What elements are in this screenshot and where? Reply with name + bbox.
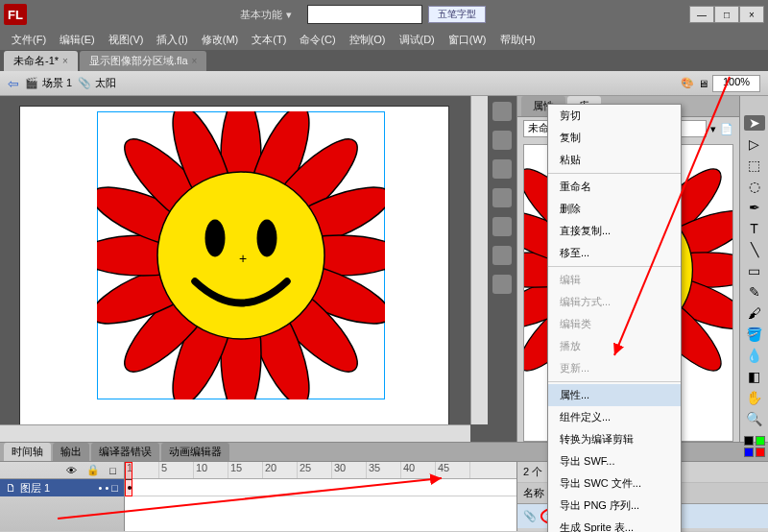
- ctx-export-png-seq[interactable]: 导出 PNG 序列...: [548, 495, 681, 517]
- edit-bar: ⇦ 🎬 场景 1 📎 太阳 🎨 🖥 100%: [0, 71, 768, 96]
- menu-modify[interactable]: 修改(M): [196, 31, 245, 49]
- fill-swatch[interactable]: [756, 436, 765, 446]
- ctx-edit: 编辑: [548, 269, 681, 291]
- ctx-generate-sprite[interactable]: 生成 Sprite 表...: [548, 517, 681, 532]
- outline-icon[interactable]: □: [109, 465, 116, 476]
- layer-row[interactable]: 🗋 图层 1 • • □: [0, 479, 124, 496]
- registration-cross-icon: +: [239, 251, 247, 266]
- tools-panel: ➤ ▷ ⬚ ◌ ✒ T ╲ ▭ ✎ 🖌 🪣 💧 ◧ ✋ 🔍: [739, 96, 768, 442]
- ctx-export-swc[interactable]: 导出 SWC 文件...: [548, 472, 681, 495]
- ctx-edit-class: 编辑类: [548, 313, 681, 335]
- dock-strip: [488, 96, 516, 442]
- layers-column: 👁 🔒 □ 🗋 图层 1 • • □: [0, 462, 125, 531]
- lasso-tool[interactable]: ◌: [744, 179, 765, 194]
- rectangle-tool[interactable]: ▭: [744, 263, 765, 278]
- brush-tool[interactable]: 🖌: [744, 305, 765, 321]
- svg-point-17: [205, 220, 226, 257]
- doc-tab-active[interactable]: 未命名-1*×: [4, 51, 78, 71]
- close-icon[interactable]: ×: [192, 56, 198, 66]
- text-tool[interactable]: T: [744, 221, 765, 236]
- scrollbar-vertical[interactable]: [470, 96, 488, 424]
- ctx-copy[interactable]: 复制: [548, 127, 681, 149]
- new-panel-icon[interactable]: 📄: [720, 123, 733, 135]
- ctx-play: 播放: [548, 335, 681, 357]
- tab-motion-editor[interactable]: 动画编辑器: [161, 443, 229, 461]
- dock-icon[interactable]: [492, 246, 512, 265]
- pencil-tool[interactable]: ✎: [744, 284, 765, 300]
- color-swatches: [740, 432, 768, 461]
- ctx-paste[interactable]: 粘贴: [548, 149, 681, 171]
- scene-breadcrumb[interactable]: 🎬 场景 1: [25, 76, 72, 90]
- ctx-properties[interactable]: 属性...: [548, 384, 681, 406]
- ctx-convert-compiled[interactable]: 转换为编译剪辑: [548, 428, 681, 450]
- menubar: 文件(F) 编辑(E) 视图(V) 插入(I) 修改(M) 文本(T) 命令(C…: [0, 29, 768, 50]
- tab-output[interactable]: 输出: [53, 443, 89, 461]
- pin-icon[interactable]: ▾: [710, 123, 716, 135]
- menu-edit[interactable]: 编辑(E): [54, 31, 101, 49]
- context-menu: 剪切 复制 粘贴 重命名 删除 直接复制... 移至... 编辑 编辑方式...…: [547, 104, 682, 532]
- workspace-selector[interactable]: 基本功能 ▾: [230, 6, 300, 24]
- stage-color-icon[interactable]: 🎨: [681, 77, 694, 89]
- ctx-cut[interactable]: 剪切: [548, 105, 681, 127]
- menu-file[interactable]: 文件(F): [6, 31, 52, 49]
- ctx-edit-with: 编辑方式...: [548, 291, 681, 313]
- search-input[interactable]: [307, 5, 422, 24]
- close-icon[interactable]: ×: [62, 56, 68, 66]
- ctx-update: 更新...: [548, 357, 681, 379]
- dock-icon[interactable]: [492, 188, 512, 207]
- playhead[interactable]: [125, 462, 132, 496]
- frame-track[interactable]: [125, 479, 516, 496]
- dock-icon[interactable]: [492, 159, 512, 179]
- symbol-breadcrumb[interactable]: 📎 太阳: [78, 76, 116, 90]
- scrollbar-horizontal[interactable]: [0, 424, 470, 442]
- menu-window[interactable]: 窗口(W): [443, 31, 492, 49]
- lock-icon[interactable]: 🔒: [86, 464, 100, 476]
- swatch[interactable]: [756, 447, 765, 457]
- doc-tab-inactive[interactable]: 显示图像部分区域.fla×: [80, 51, 207, 71]
- dock-icon[interactable]: [492, 131, 512, 150]
- subselection-tool[interactable]: ▷: [744, 136, 765, 152]
- document-tabs: 未命名-1*× 显示图像部分区域.fla×: [0, 50, 768, 71]
- menu-control[interactable]: 控制(O): [344, 31, 392, 49]
- frames-column[interactable]: 1 5 10 15 20 25 30 35 40 45: [125, 462, 516, 531]
- dock-icon[interactable]: [492, 275, 512, 294]
- dock-icon[interactable]: [492, 217, 512, 236]
- minimize-button[interactable]: —: [689, 6, 714, 23]
- pen-tool[interactable]: ✒: [744, 200, 765, 215]
- stroke-swatch[interactable]: [744, 436, 754, 446]
- menu-view[interactable]: 视图(V): [103, 31, 150, 49]
- ctx-rename[interactable]: 重命名: [548, 176, 681, 198]
- stage-fit-icon[interactable]: 🖥: [698, 78, 708, 89]
- eye-icon[interactable]: 👁: [66, 465, 77, 476]
- zoom-input[interactable]: 100%: [712, 75, 760, 92]
- stage-area[interactable]: +: [0, 96, 488, 442]
- menu-insert[interactable]: 插入(I): [151, 31, 193, 49]
- dock-icon[interactable]: [492, 102, 512, 121]
- ctx-duplicate[interactable]: 直接复制...: [548, 220, 681, 242]
- paint-bucket-tool[interactable]: 🪣: [744, 326, 765, 342]
- free-transform-tool[interactable]: ⬚: [744, 157, 765, 173]
- zoom-tool[interactable]: 🔍: [744, 411, 765, 426]
- ctx-move-to[interactable]: 移至...: [548, 242, 681, 264]
- menu-text[interactable]: 文本(T): [246, 31, 292, 49]
- ctx-component-def[interactable]: 组件定义...: [548, 406, 681, 428]
- eyedropper-tool[interactable]: 💧: [744, 348, 765, 363]
- ime-badge: 五笔字型: [428, 6, 486, 23]
- tab-timeline[interactable]: 时间轴: [4, 443, 51, 461]
- selection-tool[interactable]: ➤: [744, 115, 765, 131]
- menu-help[interactable]: 帮助(H): [494, 31, 541, 49]
- tab-compiler-errors[interactable]: 编译器错误: [91, 443, 159, 461]
- canvas[interactable]: +: [19, 106, 449, 432]
- ctx-delete[interactable]: 删除: [548, 198, 681, 220]
- ctx-export-swf[interactable]: 导出 SWF...: [548, 450, 681, 472]
- eraser-tool[interactable]: ◧: [744, 369, 765, 384]
- hand-tool[interactable]: ✋: [744, 390, 765, 405]
- swatch[interactable]: [744, 447, 754, 457]
- line-tool[interactable]: ╲: [744, 242, 765, 257]
- back-arrow-icon[interactable]: ⇦: [8, 76, 19, 91]
- close-button[interactable]: ×: [739, 6, 764, 23]
- app-logo: FL: [4, 4, 27, 25]
- menu-debug[interactable]: 调试(D): [394, 31, 441, 49]
- menu-commands[interactable]: 命令(C): [294, 31, 341, 49]
- maximize-button[interactable]: □: [714, 6, 739, 23]
